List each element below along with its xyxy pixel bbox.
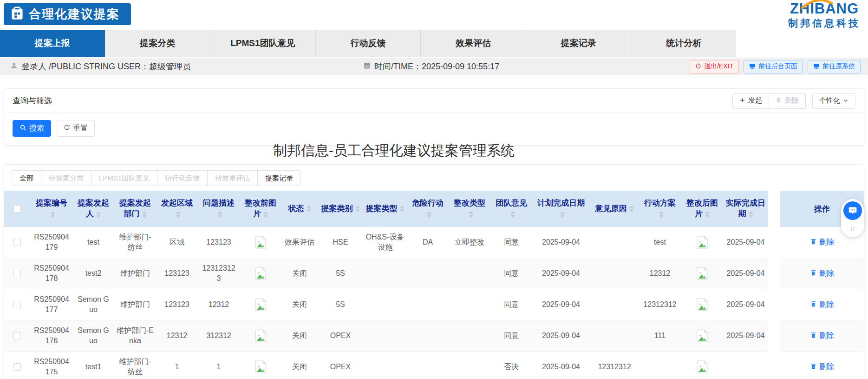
personalize-button[interactable]: 个性化 [812, 93, 855, 109]
column-header-img-before[interactable]: 整改前图片 [240, 191, 281, 227]
select-all-checkbox[interactable] [13, 205, 21, 213]
tab-item-[interactable]: 行动反馈 [316, 30, 421, 57]
column-header-label: 提案编号 [36, 199, 67, 207]
cell-plan-date: 2025-09-04 [532, 258, 590, 289]
row-delete-label: 删除 [819, 300, 834, 310]
row-delete-button[interactable]: 删除 [810, 362, 834, 372]
delete-button[interactable]: 删除 [769, 93, 806, 109]
tab-item-[interactable]: 提案分类 [105, 30, 211, 57]
row-checkbox[interactable] [13, 270, 21, 277]
column-header-type[interactable]: 提案类型 [363, 191, 407, 227]
cell-reason [590, 289, 639, 320]
tab-item-[interactable]: 效果评估 [421, 30, 526, 57]
initiate-button[interactable]: 发起 [732, 93, 769, 109]
goto-backend-button[interactable]: 前往后台页面 [744, 60, 803, 73]
column-header-danger[interactable]: 危险行动 [407, 191, 448, 227]
tab-item-[interactable]: 提案上报 [0, 30, 105, 57]
image-thumbnail-icon[interactable] [255, 298, 266, 311]
cell-actual-date: 2025-09-04 [723, 227, 768, 258]
row-checkbox[interactable] [13, 332, 21, 339]
row-checkbox-cell [4, 320, 30, 352]
row-checkbox[interactable] [13, 363, 21, 371]
page: 合理化建议提案 ZHIBANG 制邦信息科技 提案上报提案分类LPMS1团队意见… [0, 0, 868, 379]
app-header: 合理化建议提案 ZHIBANG 制邦信息科技 [0, 0, 868, 30]
cell-team-opinion: 否决 [491, 352, 532, 379]
column-header-category[interactable]: 提案类别 [318, 191, 363, 227]
column-header-label: 整改后图片 [686, 199, 718, 218]
column-header-action-plan[interactable]: 行动方案 [639, 191, 681, 227]
row-action-cell: 删除 [780, 320, 864, 352]
goto-origin-system-button[interactable]: 前往原系统 [808, 60, 861, 73]
trash-icon [810, 269, 817, 278]
cell-reason [590, 227, 639, 258]
image-thumbnail-icon[interactable] [255, 329, 266, 342]
table-row: RS250904176Semon Guo维护部门-Enka12312312312… [4, 320, 864, 352]
cell-desc: 12312 [197, 289, 240, 320]
tab-item-[interactable]: 统计分析 [631, 30, 736, 57]
column-header-plan-date[interactable]: 计划完成日期 [532, 191, 590, 227]
row-delete-button[interactable]: 删除 [810, 269, 834, 279]
search-icon [20, 124, 26, 133]
cell-action-plan [639, 352, 681, 379]
reset-button[interactable]: 重置 [57, 120, 95, 137]
column-header-img-after[interactable]: 整改后图片 [681, 191, 723, 227]
cell-category: OPEX [318, 352, 363, 379]
column-header-actual-date[interactable]: 实际完成日期 [723, 191, 768, 227]
tab-item-lpms1[interactable]: LPMS1团队意见 [210, 30, 316, 57]
image-thumbnail-icon[interactable] [255, 267, 266, 280]
cell-reason [590, 320, 639, 352]
image-thumbnail-icon[interactable] [255, 360, 266, 373]
proposal-table-panel: 全部待提案分类LPMS1团队意见待行动反馈待效果评估提案记录 提案编号提案发起人… [4, 164, 864, 379]
table-row: RS250904179test维护部门-纺丝区域123123效果评估HSEOH&… [4, 227, 864, 258]
image-thumbnail-icon[interactable] [697, 236, 708, 249]
row-delete-button[interactable]: 删除 [810, 238, 834, 247]
column-header-team-opinion[interactable]: 团队意见 [491, 191, 532, 227]
cell-team-opinion: 同意 [491, 227, 532, 258]
search-button[interactable]: 搜索 [13, 120, 51, 137]
row-checkbox[interactable] [13, 239, 21, 246]
image-thumbnail-icon[interactable] [697, 329, 708, 342]
table-gutter [768, 227, 780, 258]
cell-category: OPEX [318, 320, 363, 352]
row-delete-button[interactable]: 删除 [810, 300, 834, 310]
column-header-dept[interactable]: 提案发起部门 [114, 191, 157, 227]
image-thumbnail-icon[interactable] [697, 360, 708, 373]
cell-proposer: Semon Guo [73, 289, 114, 320]
logout-button[interactable]: 退出/EXIT [690, 60, 739, 73]
filter-chip[interactable]: 待行动反馈 [157, 170, 208, 186]
cell-dept: 维护部门-纺丝 [114, 352, 157, 379]
image-thumbnail-icon[interactable] [697, 267, 708, 280]
row-checkbox[interactable] [13, 301, 21, 308]
cell-danger [407, 289, 448, 320]
cell-img-before [240, 289, 281, 320]
filter-chip[interactable]: 待效果评估 [207, 170, 258, 186]
row-action-cell: 删除 [780, 289, 864, 320]
assistant-widget[interactable] [841, 199, 864, 237]
filter-chip[interactable]: LPMS1团队意见 [91, 170, 157, 186]
column-header-desc[interactable]: 问题描述 [197, 191, 240, 227]
filter-chip[interactable]: 提案记录 [257, 170, 301, 186]
cell-reason: 12312312 [590, 352, 639, 379]
image-thumbnail-icon[interactable] [255, 236, 266, 249]
column-header-area[interactable]: 发起区域 [157, 191, 197, 227]
column-header-status[interactable]: 状态 [281, 191, 318, 227]
sort-carets-icon [629, 206, 634, 212]
table-gutter [768, 258, 780, 289]
column-header-proposer[interactable]: 提案发起人 [73, 191, 114, 227]
sort-carets-icon [469, 211, 473, 218]
row-delete-button[interactable]: 删除 [810, 331, 834, 341]
status-filter-tabs: 全部待提案分类LPMS1团队意见待行动反馈待效果评估提案记录 [12, 170, 301, 186]
filter-chip[interactable]: 待提案分类 [41, 170, 91, 186]
column-header-reason[interactable]: 意见原因 [590, 191, 639, 227]
image-thumbnail-icon[interactable] [697, 298, 708, 311]
user-bar-actions: 退出/EXIT 前往后台页面 前往原系统 [690, 60, 861, 73]
column-header-id[interactable]: 提案编号 [30, 191, 73, 227]
tab-item-[interactable]: 提案记录 [526, 30, 632, 57]
filter-chip[interactable]: 全部 [12, 170, 41, 186]
cell-danger: DA [407, 227, 448, 258]
drag-dots-icon[interactable] [850, 225, 855, 233]
proposal-table: 提案编号提案发起人提案发起部门发起区域问题描述整改前图片状态提案类别提案类型危险… [4, 191, 864, 379]
column-header-rectify-type[interactable]: 整改类型 [448, 191, 491, 227]
chat-bubble-icon[interactable] [843, 201, 862, 220]
cell-actual-date: 2025-09-04 [723, 289, 768, 320]
